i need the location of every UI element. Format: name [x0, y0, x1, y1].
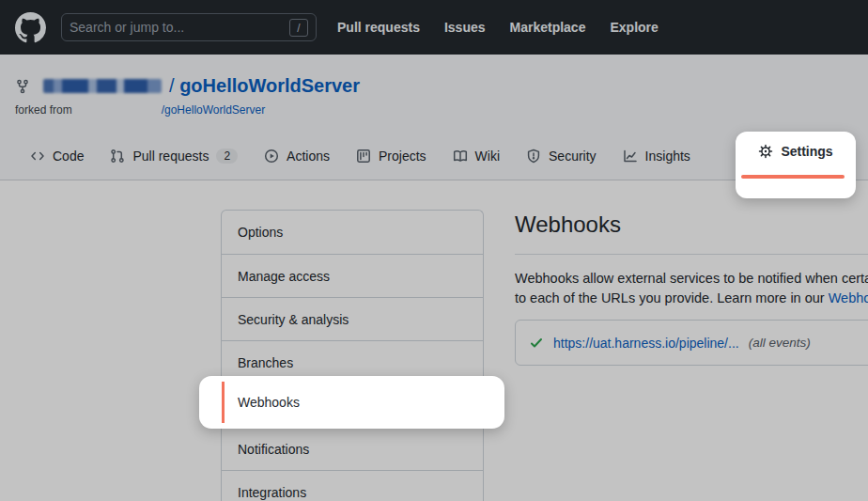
active-item-indicator	[222, 382, 225, 423]
active-tab-underline	[741, 175, 845, 179]
github-settings-page: / Pull requests Issues Marketplace Explo…	[0, 0, 868, 501]
sidebar-item-webhooks-active[interactable]: Webhooks	[238, 376, 300, 429]
gear-icon	[758, 144, 773, 159]
tab-label: Settings	[781, 144, 832, 159]
tab-settings[interactable]: Settings	[736, 144, 856, 159]
spotlight-settings-tab[interactable]: Settings	[736, 132, 856, 198]
spotlight-webhooks-item[interactable]: Webhooks	[199, 376, 504, 429]
